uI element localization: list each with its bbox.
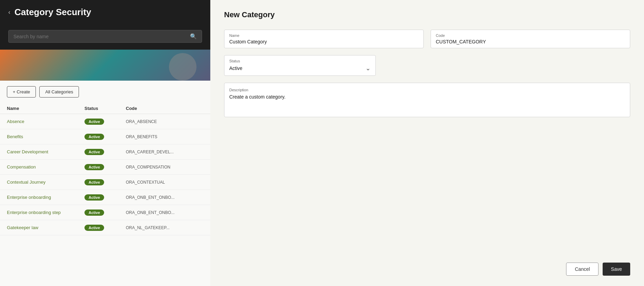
table-row[interactable]: Benefits Active ORA_BENEFITS: [0, 129, 210, 144]
left-panel: ‹ Category Security 🔍 + Create All Categ…: [0, 0, 210, 286]
name-input[interactable]: [229, 39, 419, 44]
row-name[interactable]: Enterprise onboarding: [7, 195, 84, 200]
table-row[interactable]: Enterprise onboarding step Active ORA_ON…: [0, 205, 210, 220]
code-label: Code: [436, 33, 625, 38]
col-header-status: Status: [84, 106, 126, 111]
left-header: ‹ Category Security: [0, 0, 210, 24]
code-input[interactable]: [436, 39, 625, 44]
page-title: Category Security: [14, 7, 91, 18]
cancel-button[interactable]: Cancel: [566, 263, 598, 276]
status-badge: Active: [84, 149, 104, 155]
row-code: ORA_ONB_ENT_ONBO...: [126, 210, 203, 215]
row-code: ORA_ABSENCE: [126, 119, 203, 124]
banner-image: [0, 50, 210, 81]
form-title: New Category: [224, 10, 630, 19]
row-code: ORA_COMPENSATION: [126, 165, 203, 170]
description-field: Description Create a custom category.: [224, 83, 630, 117]
row-name[interactable]: Contextual Journey: [7, 180, 84, 185]
description-label: Description: [229, 88, 248, 92]
col-header-name: Name: [7, 106, 84, 111]
search-input[interactable]: [13, 34, 187, 39]
status-row: Status Active ⌄: [224, 55, 630, 76]
status-label: Status: [229, 59, 371, 63]
status-field: Status Active ⌄: [224, 55, 376, 76]
status-badge: Active: [84, 194, 104, 201]
status-badge: Active: [84, 225, 104, 231]
banner-avatar: [169, 53, 197, 81]
status-badge: Active: [84, 119, 104, 125]
table-row[interactable]: Gatekeeper law Active ORA_NL_GATEKEEP...: [0, 220, 210, 235]
save-button[interactable]: Save: [603, 263, 630, 276]
table-row[interactable]: Compensation Active ORA_COMPENSATION: [0, 160, 210, 175]
row-code: ORA_CAREER_DEVEL...: [126, 150, 203, 154]
search-bar: 🔍: [8, 30, 202, 43]
status-badge: Active: [84, 164, 104, 170]
table-row[interactable]: Contextual Journey Active ORA_CONTEXTUAL: [0, 175, 210, 190]
row-name[interactable]: Absence: [7, 119, 84, 124]
right-panel: New Category Name Code Status Active ⌄ D…: [210, 0, 644, 286]
row-name[interactable]: Benefits: [7, 134, 84, 139]
row-name[interactable]: Career Development: [7, 149, 84, 154]
row-code: ORA_NL_GATEKEEP...: [126, 225, 203, 230]
status-select-row: Active ⌄: [229, 64, 371, 72]
description-value[interactable]: Create a custom category.: [229, 94, 625, 100]
create-button[interactable]: + Create: [7, 86, 36, 98]
table-header: Name Status Code: [0, 103, 210, 114]
form-actions: Cancel Save: [224, 256, 630, 276]
row-name[interactable]: Compensation: [7, 164, 84, 170]
status-badge: Active: [84, 134, 104, 140]
all-categories-button[interactable]: All Categories: [39, 86, 79, 98]
search-bar-container: 🔍: [0, 24, 210, 50]
status-badge: Active: [84, 210, 104, 216]
action-bar: + Create All Categories: [0, 81, 210, 103]
status-badge: Active: [84, 179, 104, 185]
table-row[interactable]: Career Development Active ORA_CAREER_DEV…: [0, 144, 210, 160]
left-content: + Create All Categories Name Status Code…: [0, 81, 210, 286]
row-name[interactable]: Enterprise onboarding step: [7, 210, 84, 215]
table-body: Absence Active ORA_ABSENCE Benefits Acti…: [0, 114, 210, 286]
col-header-code: Code: [126, 106, 203, 111]
code-field: Code: [431, 30, 630, 48]
name-label: Name: [229, 33, 419, 38]
back-arrow-icon[interactable]: ‹: [8, 9, 10, 16]
status-value: Active: [229, 65, 242, 71]
table-row[interactable]: Enterprise onboarding Active ORA_ONB_ENT…: [0, 190, 210, 205]
name-code-row: Name Code: [224, 30, 630, 48]
row-code: ORA_CONTEXTUAL: [126, 180, 203, 185]
row-code: ORA_BENEFITS: [126, 134, 203, 139]
row-code: ORA_ONB_ENT_ONBO...: [126, 195, 203, 200]
search-icon: 🔍: [190, 33, 197, 40]
table-row[interactable]: Absence Active ORA_ABSENCE: [0, 114, 210, 129]
chevron-down-icon[interactable]: ⌄: [365, 64, 371, 72]
row-name[interactable]: Gatekeeper law: [7, 225, 84, 230]
name-field: Name: [224, 30, 424, 48]
